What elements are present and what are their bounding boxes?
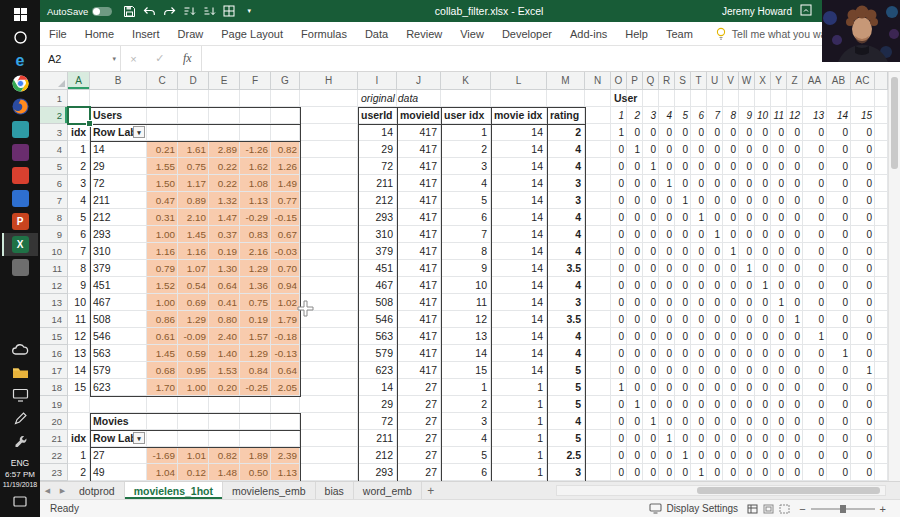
cell-AD19[interactable] <box>875 396 888 413</box>
row-header-10[interactable]: 10 <box>40 243 68 260</box>
cell-AB15[interactable]: 0 <box>827 328 851 345</box>
select-all-corner[interactable] <box>40 72 68 90</box>
row-header-2[interactable]: 2 <box>40 107 68 124</box>
cell-B14[interactable]: 508 <box>90 311 147 328</box>
cell-Z20[interactable]: 0 <box>787 413 803 430</box>
cell-V8[interactable]: 0 <box>723 209 739 226</box>
cell-V12[interactable]: 0 <box>723 277 739 294</box>
cell-U18[interactable]: 0 <box>707 379 723 396</box>
cell-AB4[interactable]: 0 <box>827 141 851 158</box>
cell-J11[interactable]: 417 <box>397 260 441 277</box>
cell-U3[interactable]: 0 <box>707 124 723 141</box>
cell-U20[interactable]: 0 <box>707 413 723 430</box>
cell-Z19[interactable]: 0 <box>787 396 803 413</box>
row-header-13[interactable]: 13 <box>40 294 68 311</box>
cell-L6[interactable]: 14 <box>491 175 547 192</box>
cell-I9[interactable]: 310 <box>358 226 397 243</box>
cell-R23[interactable]: 0 <box>659 464 675 481</box>
cell-P12[interactable]: 0 <box>627 277 643 294</box>
cell-H21[interactable] <box>300 430 358 447</box>
cell-J21[interactable]: 27 <box>397 430 441 447</box>
cell-D23[interactable]: 0.12 <box>178 464 209 481</box>
cell-AB8[interactable]: 0 <box>827 209 851 226</box>
cell-T20[interactable]: 0 <box>691 413 707 430</box>
sheet-tab-dotprod[interactable]: dotprod <box>70 482 125 499</box>
column-header-F[interactable]: F <box>240 72 271 90</box>
cell-Q5[interactable]: 1 <box>643 158 659 175</box>
cell-T4[interactable]: 0 <box>691 141 707 158</box>
cell-K7[interactable]: 5 <box>441 192 491 209</box>
cell-AA4[interactable]: 0 <box>803 141 827 158</box>
cell-B11[interactable]: 379 <box>90 260 147 277</box>
cell-D10[interactable]: 1.16 <box>178 243 209 260</box>
cell-AB6[interactable]: 0 <box>827 175 851 192</box>
cell-A22[interactable]: 1 <box>68 447 90 464</box>
cell-J19[interactable]: 27 <box>397 396 441 413</box>
cell-T5[interactable]: 0 <box>691 158 707 175</box>
cell-P3[interactable]: 0 <box>627 124 643 141</box>
enter-icon[interactable]: ✓ <box>155 52 164 65</box>
cell-R8[interactable]: 0 <box>659 209 675 226</box>
cell-U17[interactable]: 0 <box>707 362 723 379</box>
cell-Z14[interactable]: 1 <box>787 311 803 328</box>
cell-K6[interactable]: 4 <box>441 175 491 192</box>
cell-J22[interactable]: 27 <box>397 447 441 464</box>
app-red-icon[interactable] <box>2 164 38 187</box>
cell-M18[interactable]: 5 <box>547 379 585 396</box>
cell-S15[interactable]: 0 <box>675 328 691 345</box>
cell-H14[interactable] <box>300 311 358 328</box>
cell-P14[interactable]: 0 <box>627 311 643 328</box>
cell-O19[interactable]: 0 <box>611 396 627 413</box>
customize-quick-access-icon[interactable]: ▾ <box>242 4 256 18</box>
cell-AD13[interactable] <box>875 294 888 311</box>
cell-N13[interactable] <box>585 294 611 311</box>
cell-I21[interactable]: 211 <box>358 430 397 447</box>
cell-R9[interactable]: 0 <box>659 226 675 243</box>
cell-Q20[interactable]: 1 <box>643 413 659 430</box>
cell-E3[interactable] <box>209 124 240 141</box>
cell-V11[interactable]: 0 <box>723 260 739 277</box>
cell-X19[interactable]: 0 <box>755 396 771 413</box>
cell-W23[interactable]: 0 <box>739 464 755 481</box>
row-header-17[interactable]: 17 <box>40 362 68 379</box>
cell-N18[interactable] <box>585 379 611 396</box>
cell-Z9[interactable]: 0 <box>787 226 803 243</box>
cell-J17[interactable]: 417 <box>397 362 441 379</box>
cell-G2[interactable] <box>271 107 300 124</box>
cell-N2[interactable] <box>585 107 611 124</box>
cell-S3[interactable]: 0 <box>675 124 691 141</box>
cell-P16[interactable]: 0 <box>627 345 643 362</box>
search-icon[interactable] <box>2 26 38 49</box>
chrome-icon[interactable] <box>2 72 38 95</box>
ribbon-tab-insert[interactable]: Insert <box>123 22 169 45</box>
cell-B10[interactable]: 310 <box>90 243 147 260</box>
cell-K23[interactable]: 6 <box>441 464 491 481</box>
cell-Z15[interactable]: 0 <box>787 328 803 345</box>
cell-AB14[interactable]: 0 <box>827 311 851 328</box>
cell-K20[interactable]: 3 <box>441 413 491 430</box>
cell-AB22[interactable]: 0 <box>827 447 851 464</box>
cell-B8[interactable]: 212 <box>90 209 147 226</box>
row-header-22[interactable]: 22 <box>40 447 68 464</box>
cell-C22[interactable]: -1.69 <box>147 447 178 464</box>
cell-K1[interactable] <box>441 90 491 107</box>
cell-Z7[interactable]: 0 <box>787 192 803 209</box>
cell-E19[interactable] <box>209 396 240 413</box>
cell-W4[interactable]: 0 <box>739 141 755 158</box>
cell-G6[interactable]: 1.49 <box>271 175 300 192</box>
cell-F10[interactable]: 2.16 <box>240 243 271 260</box>
column-header-X[interactable]: X <box>755 72 771 90</box>
cell-N17[interactable] <box>585 362 611 379</box>
cell-O1[interactable]: User <box>611 90 627 107</box>
cell-C10[interactable]: 1.16 <box>147 243 178 260</box>
row-header-16[interactable]: 16 <box>40 345 68 362</box>
cell-Y1[interactable] <box>771 90 787 107</box>
cell-Z23[interactable]: 0 <box>787 464 803 481</box>
cell-I8[interactable]: 293 <box>358 209 397 226</box>
cell-T16[interactable]: 0 <box>691 345 707 362</box>
cell-AA13[interactable]: 0 <box>803 294 827 311</box>
cell-P5[interactable]: 0 <box>627 158 643 175</box>
cell-AB20[interactable]: 0 <box>827 413 851 430</box>
cell-M15[interactable]: 4 <box>547 328 585 345</box>
zoom-slider-thumb[interactable] <box>840 505 846 513</box>
